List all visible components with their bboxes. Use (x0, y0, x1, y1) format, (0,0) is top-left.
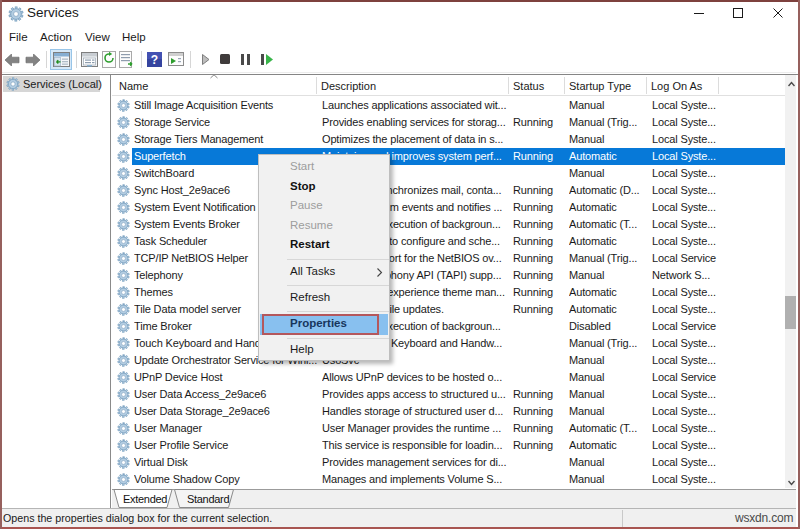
svg-text:?: ? (151, 53, 158, 67)
